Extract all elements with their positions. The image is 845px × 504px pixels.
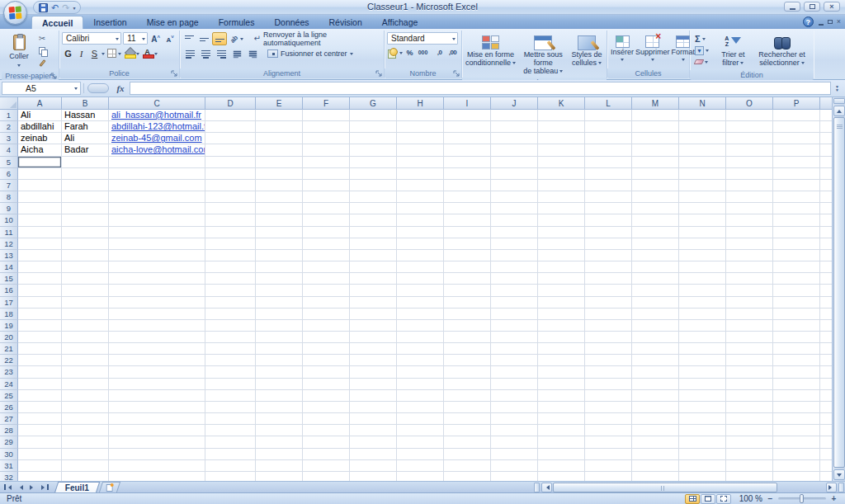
cell-D28[interactable] <box>205 425 256 436</box>
cell-E25[interactable] <box>256 390 303 402</box>
row-header-11[interactable]: 11 <box>0 227 18 238</box>
cell-P25[interactable] <box>773 390 820 402</box>
clear-button[interactable] <box>692 56 714 68</box>
format-as-table-button[interactable]: Mettre sous forme de tableau <box>517 32 569 76</box>
cell-P32[interactable] <box>773 472 820 481</box>
cell-P23[interactable] <box>773 366 820 378</box>
cell-N28[interactable] <box>679 425 726 436</box>
cell-styles-button[interactable]: Styles de cellules <box>569 32 604 76</box>
align-left-button[interactable] <box>182 47 197 60</box>
row-header-27[interactable]: 27 <box>0 413 18 425</box>
cell-J23[interactable] <box>491 366 538 378</box>
tab-mise-en-page[interactable]: Mise en page <box>137 16 209 29</box>
cell-N25[interactable] <box>679 390 726 402</box>
row-header-7[interactable]: 7 <box>0 180 18 191</box>
row-header-15[interactable]: 15 <box>0 273 18 285</box>
cell-N15[interactable] <box>679 273 726 285</box>
cell-P28[interactable] <box>773 425 820 436</box>
cell-N2[interactable] <box>679 121 726 133</box>
cell-L9[interactable] <box>585 203 632 214</box>
cell-A32[interactable] <box>18 472 62 481</box>
scroll-down-button[interactable] <box>833 469 845 480</box>
cell-M27[interactable] <box>632 413 679 425</box>
cell-O19[interactable] <box>726 320 773 332</box>
cell-F8[interactable] <box>303 191 350 203</box>
restore-button[interactable] <box>804 2 820 12</box>
cell-F16[interactable] <box>303 285 350 296</box>
zoom-slider-thumb[interactable] <box>800 494 804 503</box>
cell-N3[interactable] <box>679 133 726 144</box>
cell-D23[interactable] <box>205 366 256 378</box>
cell-F21[interactable] <box>303 343 350 355</box>
cell-B9[interactable] <box>62 203 109 214</box>
cell-L20[interactable] <box>585 332 632 343</box>
cell-M32[interactable] <box>632 472 679 481</box>
cell-H19[interactable] <box>397 320 444 332</box>
cell-P16[interactable] <box>773 285 820 296</box>
cell-C7[interactable] <box>109 180 205 191</box>
cell-O30[interactable] <box>726 449 773 460</box>
cell-H32[interactable] <box>397 472 444 481</box>
cell-N8[interactable] <box>679 191 726 203</box>
cell-E21[interactable] <box>256 343 303 355</box>
cell-P1[interactable] <box>773 110 820 121</box>
cell-P7[interactable] <box>773 180 820 191</box>
cell-D18[interactable] <box>205 309 256 320</box>
cell-F31[interactable] <box>303 460 350 472</box>
cell-N1[interactable] <box>679 110 726 121</box>
cell-N23[interactable] <box>679 366 726 378</box>
cell-G14[interactable] <box>350 261 397 273</box>
align-right-button[interactable] <box>214 47 229 60</box>
cell-D21[interactable] <box>205 343 256 355</box>
cell-I29[interactable] <box>444 436 491 448</box>
cell-K1[interactable] <box>538 110 585 121</box>
cell-K25[interactable] <box>538 390 585 402</box>
increase-decimal-button[interactable]: ,0 <box>433 46 446 59</box>
cell-L10[interactable] <box>585 214 632 226</box>
cell-G28[interactable] <box>350 425 397 436</box>
cell-P20[interactable] <box>773 332 820 343</box>
cell-J25[interactable] <box>491 390 538 402</box>
wrap-text-button[interactable]: ↵ Renvoyer à la ligne automatiquement <box>253 32 381 45</box>
cell-L28[interactable] <box>585 425 632 436</box>
cell-A27[interactable] <box>18 413 62 425</box>
cell-G18[interactable] <box>350 309 397 320</box>
cell-L11[interactable] <box>585 227 632 238</box>
cell-O18[interactable] <box>726 309 773 320</box>
cell-I26[interactable] <box>444 402 491 413</box>
row-header-17[interactable]: 17 <box>0 297 18 309</box>
align-bottom-button[interactable] <box>212 32 226 45</box>
cell-F19[interactable] <box>303 320 350 332</box>
copy-button[interactable] <box>34 45 50 57</box>
cell-H5[interactable] <box>397 157 444 168</box>
cell-K31[interactable] <box>538 460 585 472</box>
cell-P5[interactable] <box>773 157 820 168</box>
cell-G1[interactable] <box>350 110 397 121</box>
cell-B16[interactable] <box>62 285 109 296</box>
cell-O10[interactable] <box>726 214 773 226</box>
cell-F1[interactable] <box>303 110 350 121</box>
cell-D15[interactable] <box>205 273 256 285</box>
cell-O22[interactable] <box>726 355 773 366</box>
cell-A17[interactable] <box>18 297 62 309</box>
cell-F11[interactable] <box>303 227 350 238</box>
merge-center-button[interactable]: Fusionner et centrer <box>266 47 355 60</box>
cell-N18[interactable] <box>679 309 726 320</box>
cell-G21[interactable] <box>350 343 397 355</box>
cell-F7[interactable] <box>303 180 350 191</box>
align-top-button[interactable] <box>182 32 196 45</box>
cell-C17[interactable] <box>109 297 205 309</box>
cell-B19[interactable] <box>62 320 109 332</box>
cell-K14[interactable] <box>538 261 585 273</box>
cell-A28[interactable] <box>18 425 62 436</box>
cell-P22[interactable] <box>773 355 820 366</box>
cell-N14[interactable] <box>679 261 726 273</box>
cell-F14[interactable] <box>303 261 350 273</box>
row-header-18[interactable]: 18 <box>0 309 18 320</box>
cell-M28[interactable] <box>632 425 679 436</box>
cell-P6[interactable] <box>773 168 820 180</box>
cell-F17[interactable] <box>303 297 350 309</box>
zoom-out-button[interactable]: − <box>766 494 775 503</box>
cell-N24[interactable] <box>679 379 726 390</box>
row-header-2[interactable]: 2 <box>0 121 18 133</box>
